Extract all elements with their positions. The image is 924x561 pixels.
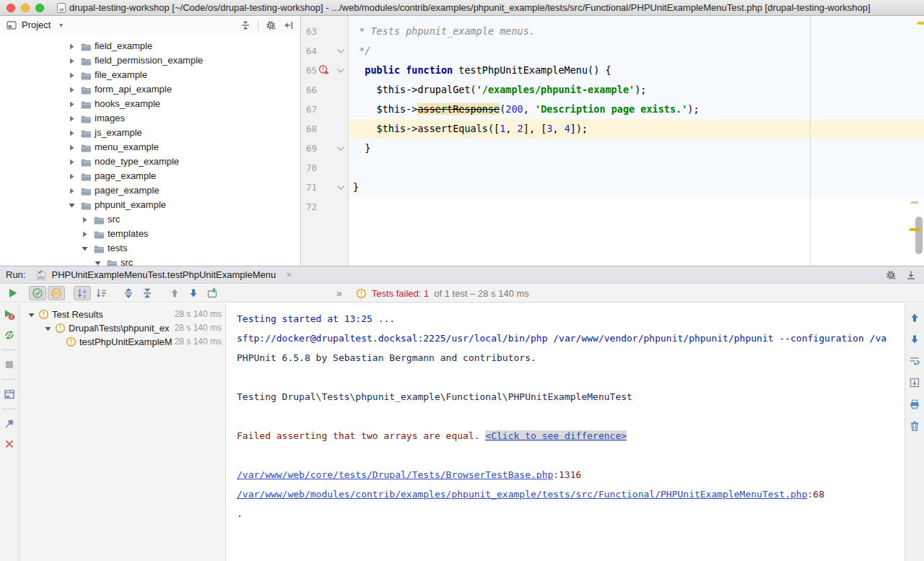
project-tree-item-node_type_example[interactable]: node_type_example [0,155,300,169]
next-occurrence-icon[interactable] [909,334,920,345]
chevron-down-icon[interactable] [68,201,76,209]
chevron-right-icon[interactable] [68,71,76,79]
soft-wrap-icon[interactable] [909,355,920,367]
show-ignored-icon-button[interactable] [48,286,65,300]
previous-failed-test-icon-button[interactable] [166,286,183,300]
zoom-traffic-light-icon[interactable] [35,4,44,12]
line-number[interactable]: 72 [306,197,317,217]
editor-code-area[interactable]: * Tests phpunit_example menus. */ public… [349,16,924,266]
sort-by-duration-icon-button[interactable] [92,286,110,300]
project-tool-window-icon[interactable] [6,19,17,31]
close-icon[interactable] [4,438,15,450]
chevron-right-icon[interactable] [68,100,76,108]
code-line-72[interactable] [353,197,924,217]
sort-alphabetically-icon-button[interactable]: az [74,286,91,300]
chevron-down-icon[interactable] [44,325,52,333]
chevron-right-icon[interactable] [81,216,89,224]
code-line-67[interactable]: $this->assertResponse(200, 'Description … [353,100,924,119]
test-tree-item[interactable]: Test Results28 s 140 ms [19,308,225,321]
test-tree-item[interactable]: testPhpUnitExampleM28 s 140 ms [19,335,225,349]
console-hyperlink[interactable]: /var/www/web/core/tests/Drupal/Tests/Bro… [237,469,553,480]
line-number[interactable]: 67 [306,100,317,119]
panel-collapse-icon[interactable] [240,19,251,31]
toggle-auto-test-icon[interactable] [4,329,15,341]
clear-all-icon[interactable] [909,420,920,432]
fold-chevron-icon[interactable] [336,185,345,191]
project-tree-item-src[interactable]: src [0,212,300,227]
line-number[interactable]: 70 [306,158,317,178]
inspection-stripe-mark[interactable] [918,22,924,25]
chevron-right-icon[interactable] [68,115,76,123]
project-tree-item-form_api_example[interactable]: form_api_example [0,82,300,97]
line-number[interactable]: 66 [306,80,317,100]
fold-chevron-icon[interactable] [336,48,345,54]
project-tree-item-templates[interactable]: templates [0,227,300,241]
code-line-70[interactable] [353,158,924,178]
project-tree-item-hooks_example[interactable]: hooks_example [0,97,300,111]
console-hyperlink[interactable]: /var/www/web/modules/contrib/examples/ph… [237,489,808,500]
line-number[interactable]: 64 [306,41,317,61]
minimize-traffic-light-icon[interactable] [21,4,30,12]
project-tree-item-tests[interactable]: tests [0,241,300,256]
test-failed-gutter-icon[interactable] [318,64,331,76]
code-line-68[interactable]: $this->assertEquals([1, 2], [3, 4]); [353,119,924,139]
document-proxy-icon[interactable] [56,2,67,14]
chevron-right-icon[interactable] [81,230,89,238]
chevron-right-icon[interactable] [68,158,76,166]
project-tree-item-page_example[interactable]: page_example [0,169,300,183]
project-tree-item-images[interactable]: images [0,111,300,126]
show-passed-icon-button[interactable] [29,286,46,300]
line-number[interactable]: 71 [306,178,317,197]
collapse-all-icon-button[interactable] [139,286,156,300]
code-line-64[interactable]: */ [353,41,924,61]
fold-chevron-icon[interactable] [336,146,345,152]
scroll-to-end-icon[interactable] [909,377,920,388]
gear-icon[interactable] [265,19,276,31]
warning-stripe-mark[interactable] [911,201,918,204]
line-number[interactable]: 65 [306,61,317,80]
warning-stripe-mark[interactable] [910,228,920,231]
project-tree-item-menu_example[interactable]: menu_example [0,140,300,155]
project-tree-item-field_example[interactable]: field_example [0,39,300,53]
code-line-66[interactable]: $this->drupalGet('/examples/phpunit-exam… [353,80,924,100]
chevron-right-icon[interactable] [68,57,76,65]
rerun-failed-tests-icon[interactable] [4,309,15,321]
chevron-right-icon[interactable] [68,144,76,152]
project-tree-item-js_example[interactable]: js_example [0,126,300,140]
gear-icon[interactable] [885,269,897,281]
project-tree-item-phpunit_example[interactable]: phpunit_example [0,198,300,212]
chevron-right-icon[interactable] [68,173,76,181]
chevron-down-icon[interactable] [81,245,89,253]
chevron-right-icon[interactable] [68,43,76,51]
project-tree-item-pager_example[interactable]: pager_example [0,183,300,198]
hide-panel-down-icon[interactable] [905,269,917,281]
project-tree-item-file_example[interactable]: file_example [0,68,300,82]
import-test-results-icon-button[interactable] [204,286,221,300]
run-configuration-tab[interactable]: php PHPUnitExampleMenuTest.testPhpUnitEx… [35,269,291,281]
chevron-right-icon[interactable] [68,187,76,195]
rerun-tests-icon-button[interactable] [4,286,22,300]
code-line-63[interactable]: * Tests phpunit_example menus. [353,22,924,41]
expand-all-icon-button[interactable] [120,286,137,300]
console-hyperlink[interactable]: <Click to see difference> [485,430,627,441]
project-panel-title[interactable]: Project [22,16,51,35]
pin-tab-icon[interactable] [4,418,15,430]
restore-layout-icon[interactable] [4,388,15,400]
line-number[interactable]: 69 [306,139,317,158]
prev-occurrence-icon[interactable] [909,312,920,323]
close-traffic-light-icon[interactable] [6,4,15,12]
project-tree-item-field_permission_example[interactable]: field_permission_example [0,53,300,68]
hide-panel-icon[interactable] [283,19,295,31]
code-line-69[interactable]: } [353,139,924,158]
print-icon[interactable] [909,399,920,410]
test-tree-item[interactable]: Drupal\Tests\phpunit_ex28 s 140 ms [19,321,225,335]
code-line-65[interactable]: public function testPhpUnitExampleMenu()… [353,61,924,80]
chevron-right-icon[interactable] [68,86,76,94]
test-console[interactable]: Testing started at 13:25 ...sftp://docke… [227,303,924,561]
close-tab-icon[interactable]: × [286,270,292,279]
stop-icon[interactable] [4,359,15,370]
code-line-71[interactable]: } [353,178,924,197]
chevron-down-icon[interactable] [27,311,35,319]
editor-scrollbar-thumb[interactable] [915,217,923,254]
next-failed-test-icon-button[interactable] [185,286,202,300]
